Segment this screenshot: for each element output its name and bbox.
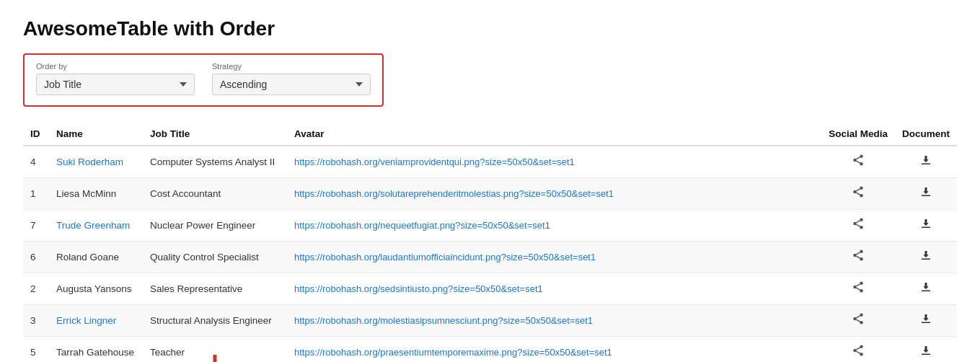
cell-social-media[interactable]	[821, 273, 895, 305]
cell-id: 1	[23, 178, 49, 210]
cell-social-media[interactable]	[821, 146, 895, 178]
download-icon[interactable]	[919, 344, 932, 361]
cell-id: 4	[23, 146, 49, 178]
cell-job-title: Quality Control Specialist	[143, 242, 287, 273]
cell-avatar[interactable]: https://robohash.org/molestiasipsumnesci…	[287, 305, 821, 337]
strategy-select[interactable]: AscendingDescending	[212, 74, 371, 95]
cell-social-media[interactable]	[821, 210, 895, 242]
cell-id: 7	[23, 210, 49, 242]
download-icon[interactable]	[919, 281, 932, 297]
avatar-link[interactable]: https://robohash.org/sedsintiusto.png?si…	[294, 283, 543, 294]
svg-point-21	[853, 286, 857, 289]
cell-name: Liesa McMinn	[49, 178, 143, 210]
svg-line-36	[857, 348, 860, 350]
svg-point-33	[853, 349, 857, 353]
share-icon[interactable]	[852, 312, 865, 329]
svg-line-28	[857, 319, 860, 322]
svg-line-35	[857, 351, 860, 353]
cell-id: 3	[23, 305, 49, 337]
cell-avatar[interactable]: https://robohash.org/solutareprehenderit…	[287, 178, 821, 210]
strategy-group: Strategy AscendingDescending	[212, 62, 371, 95]
cell-avatar[interactable]: https://robohash.org/sedsintiusto.png?si…	[287, 273, 821, 305]
svg-point-25	[860, 314, 863, 317]
download-icon[interactable]	[919, 312, 932, 329]
svg-line-23	[857, 288, 860, 290]
svg-point-15	[860, 250, 863, 254]
svg-point-0	[860, 155, 863, 159]
cell-name[interactable]: Errick Lingner	[49, 305, 143, 337]
filter-box: Order by Job TitleIDNameAvatar Strategy …	[23, 53, 384, 107]
svg-line-14	[857, 221, 860, 223]
cell-avatar[interactable]: https://robohash.org/laudantiumofficiain…	[287, 242, 821, 273]
svg-line-13	[857, 224, 860, 226]
orderby-select[interactable]: Job TitleIDNameAvatar	[36, 74, 195, 95]
table-row: 1Liesa McMinnCost Accountanthttps://robo…	[23, 178, 957, 210]
svg-point-17	[860, 257, 863, 261]
cell-social-media[interactable]	[821, 242, 895, 273]
cell-name[interactable]: Trude Greenham	[49, 210, 143, 242]
share-icon[interactable]	[852, 185, 865, 202]
cell-document[interactable]	[895, 305, 957, 337]
avatar-link[interactable]: https://robohash.org/molestiasipsumnesci…	[294, 315, 593, 326]
cell-job-title: Cost Accountant	[143, 178, 287, 210]
svg-line-4	[857, 157, 860, 159]
svg-line-3	[857, 161, 860, 163]
column-header-avatar: Avatar	[287, 123, 821, 146]
name-link[interactable]: Trude Greenham	[56, 220, 130, 231]
name-link[interactable]: Errick Lingner	[56, 315, 116, 326]
svg-line-18	[857, 256, 860, 258]
avatar-link[interactable]: https://robohash.org/solutareprehenderit…	[294, 188, 614, 199]
svg-line-8	[857, 193, 860, 195]
cell-social-media[interactable]	[821, 178, 895, 210]
cell-job-title: Nuclear Power Engineer	[143, 210, 287, 242]
svg-line-29	[857, 316, 860, 318]
cell-document[interactable]	[895, 273, 957, 305]
table-header-row: IDNameJob TitleAvatarSocial MediaDocumen…	[23, 123, 957, 146]
svg-point-34	[860, 353, 863, 356]
cell-document[interactable]	[895, 210, 957, 242]
column-header-name: Name	[49, 123, 143, 146]
svg-point-11	[853, 222, 857, 226]
cell-id: 5	[23, 337, 49, 363]
orderby-group: Order by Job TitleIDNameAvatar	[36, 62, 195, 95]
avatar-link[interactable]: https://robohash.org/praesentiumtemporem…	[294, 347, 612, 358]
download-icon[interactable]	[919, 185, 932, 202]
share-icon[interactable]	[852, 281, 865, 297]
svg-point-32	[860, 345, 863, 349]
svg-point-5	[860, 187, 863, 190]
cell-id: 6	[23, 242, 49, 273]
cell-document[interactable]	[895, 146, 957, 178]
cell-job-title: Computer Systems Analyst II	[143, 146, 287, 178]
share-icon[interactable]	[852, 154, 865, 170]
share-icon[interactable]	[852, 217, 865, 234]
avatar-link[interactable]: https://robohash.org/nequeetfugiat.png?s…	[294, 220, 550, 231]
cell-avatar[interactable]: https://robohash.org/veniamprovidentqui.…	[287, 146, 821, 178]
avatar-link[interactable]: https://robohash.org/veniamprovidentqui.…	[294, 156, 575, 167]
svg-point-27	[860, 321, 863, 325]
share-icon[interactable]	[852, 344, 865, 361]
avatar-link[interactable]: https://robohash.org/laudantiumofficiain…	[294, 252, 596, 262]
svg-point-12	[860, 226, 863, 229]
svg-point-22	[860, 289, 863, 293]
cell-social-media[interactable]	[821, 337, 895, 363]
svg-line-9	[857, 189, 860, 191]
column-header-job-title: Job Title	[143, 123, 287, 146]
share-icon[interactable]	[852, 249, 865, 265]
cell-document[interactable]	[895, 178, 957, 210]
svg-point-10	[860, 218, 863, 222]
cell-job-title: Sales Representative	[143, 273, 287, 305]
download-icon[interactable]	[919, 249, 932, 265]
download-icon[interactable]	[919, 154, 932, 170]
cell-document[interactable]	[895, 337, 957, 363]
cell-avatar[interactable]: https://robohash.org/praesentiumtemporem…	[287, 337, 821, 363]
strategy-label: Strategy	[212, 62, 371, 71]
table-row: 5Tarrah GatehouseTeacher https://robohas…	[23, 337, 957, 363]
cell-avatar[interactable]: https://robohash.org/nequeetfugiat.png?s…	[287, 210, 821, 242]
cell-document[interactable]	[895, 242, 957, 273]
cell-name[interactable]: Suki Roderham	[49, 146, 143, 178]
download-icon[interactable]	[919, 217, 932, 234]
cell-social-media[interactable]	[821, 305, 895, 337]
cell-name: Roland Goane	[49, 242, 143, 273]
svg-point-7	[860, 194, 863, 198]
name-link[interactable]: Suki Roderham	[56, 156, 123, 167]
